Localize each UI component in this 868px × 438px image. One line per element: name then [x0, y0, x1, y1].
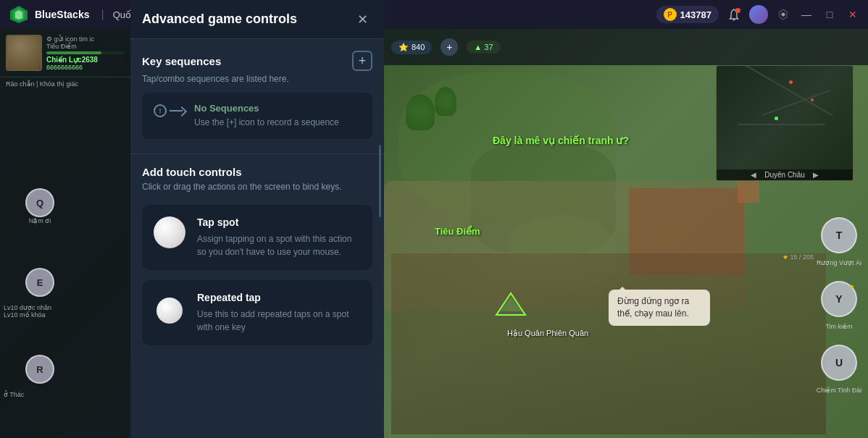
user-avatar[interactable]: [749, 5, 768, 24]
key-sequences-subtitle: Tap/combo sequences are listed here.: [142, 74, 372, 84]
repeated-tap-text: Repeated tap Use this to add repeated ta…: [197, 292, 361, 334]
right-key-group: T Rương Vượt Ái Y ★ Tim kiếm U Chiếm Tin…: [821, 217, 857, 389]
panel-content[interactable]: Key sequences + Tap/combo sequences are …: [130, 39, 384, 438]
minimize-button[interactable]: —: [798, 7, 814, 22]
coin-value: 143787: [680, 9, 711, 20]
add-sequence-button[interactable]: +: [352, 51, 372, 71]
no-seq-text: No Sequences Use the [+] icon to record …: [194, 103, 339, 129]
game-topbar: ⭐840 + ▲ 37: [384, 29, 868, 65]
window-close-button[interactable]: ✕: [845, 7, 861, 22]
no-sequences-box: ! No Sequences Use the [+] icon to recor…: [142, 93, 372, 139]
speech-bubble: Đừng đứng ngơ ra thế, chạy mau lên.: [609, 290, 710, 326]
y-key-label: Tim kiếm: [825, 323, 852, 330]
touch-controls-subtitle: Click or drag the actions on the screen …: [142, 181, 372, 193]
coin-icon: P: [664, 8, 677, 21]
maximize-button[interactable]: □: [822, 7, 838, 22]
direction-arrow: [493, 290, 529, 321]
scroll-indicator: [379, 145, 381, 217]
t-key-button[interactable]: T: [821, 217, 857, 253]
q-key: Q: [25, 188, 54, 217]
section-divider: [130, 153, 384, 154]
minimap: ◀ Duyên Châu ▶: [716, 65, 854, 181]
tap-spot-title: Tap spot: [197, 216, 361, 228]
no-seq-icon: !: [154, 104, 185, 117]
svg-point-3: [733, 19, 735, 21]
repeated-tap-desc: Use this to add repeated taps on a spot …: [197, 308, 361, 334]
panel-close-button[interactable]: ✕: [352, 9, 372, 30]
repeated-tap-card[interactable]: Repeated tap Use this to add repeated ta…: [142, 280, 372, 345]
u-key-label: Chiếm Tinh Đài: [817, 387, 862, 394]
repeated-tap-icon: [154, 292, 185, 324]
settings-button[interactable]: [775, 7, 791, 22]
touch-controls-title: Add touch controls: [142, 166, 372, 178]
no-seq-title: No Sequences: [194, 103, 339, 114]
tap-spot-desc: Assign tapping on a spot with this actio…: [197, 232, 361, 258]
svg-point-4: [782, 13, 785, 16]
tap-spot-card[interactable]: Tap spot Assign tapping on a spot with t…: [142, 205, 372, 270]
no-seq-desc: Use the [+] icon to record a sequence: [194, 117, 339, 129]
r-key: R: [25, 355, 54, 384]
exclaim-icon: !: [154, 104, 167, 117]
rating-area: ★ 15 / 205: [783, 253, 814, 261]
u-key-button[interactable]: U: [821, 345, 857, 381]
titlebar-logo: BlueStacks: [0, 4, 98, 25]
e-key: E: [25, 268, 54, 297]
advanced-controls-panel: Advanced game controls ✕ Key sequences +…: [130, 0, 384, 438]
notification-dot: [735, 8, 740, 13]
key-sequences-title: Key sequences: [142, 55, 221, 67]
player-name-overlay: Tiêu Điểm: [435, 224, 480, 237]
titlebar-right: P 143787 — □ ✕: [656, 5, 868, 24]
repeated-tap-title: Repeated tap: [197, 292, 361, 303]
tap-spot-text: Tap spot Assign tapping on a spot with t…: [197, 216, 361, 258]
bluestacks-logo: [9, 4, 29, 25]
brand-label: BlueStacks: [35, 9, 89, 20]
e-label: Lv10 dược nhânLv10 mồ khóa: [4, 304, 76, 319]
map-label: Duyên Châu: [764, 171, 805, 179]
q-label: Nặm ơi: [7, 217, 72, 224]
gear-icon: [777, 9, 789, 20]
arrow-icon: [170, 106, 185, 116]
y-key-button[interactable]: Y ★: [821, 281, 857, 317]
left-sidebar: ⚙ gửi icon tim ic Tiêu Điểm Chiến Lực263…: [0, 29, 130, 438]
panel-title: Advanced game controls: [142, 12, 297, 27]
coin-area: P 143787: [656, 6, 719, 23]
notification-button[interactable]: [726, 7, 742, 22]
topbar-add-btn[interactable]: +: [441, 38, 458, 56]
battle-question: Đây là mê vụ chiến tranh ư?: [493, 134, 629, 147]
touch-controls-section: Add touch controls Click or drag the act…: [142, 166, 372, 345]
key-sequences-header: Key sequences +: [142, 51, 372, 71]
panel-header: Advanced game controls ✕: [130, 0, 384, 39]
tap-spot-icon: [154, 216, 185, 248]
r-label: ở Thác: [4, 391, 24, 398]
enemy-label: Hậu Quân Phiên Quân: [507, 326, 588, 339]
t-key-label: Rương Vượt Ái: [817, 259, 861, 266]
